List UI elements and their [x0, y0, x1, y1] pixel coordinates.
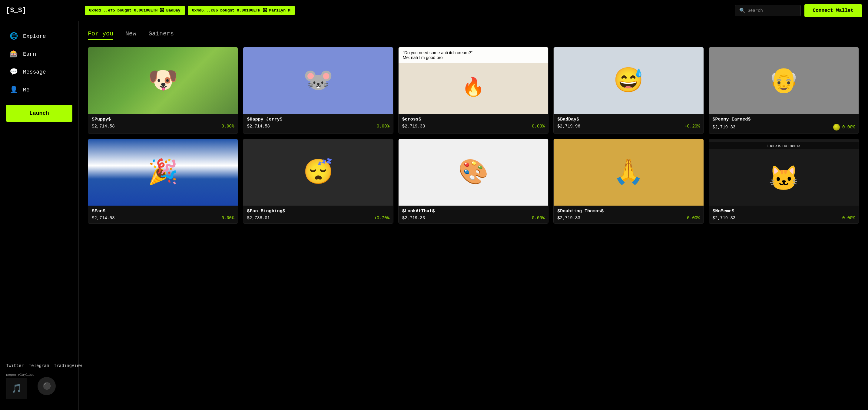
meme-image [88, 47, 238, 114]
footer-links: Twitter Telegram TradingView [6, 364, 72, 368]
meme-change: 0.00% [221, 216, 234, 220]
meme-info: $Fan$$2,714.580.00% [88, 206, 238, 223]
meme-info: $Fan Bingbing$$2,738.01+0.70% [243, 206, 393, 223]
meme-image [243, 47, 393, 114]
nav-label-message: Message [23, 69, 46, 75]
meme-price: $2,719.33 [402, 124, 425, 129]
player-area: Degen Playlist 🎵 ⚫ [6, 373, 72, 399]
meme-name: $Fan Bingbing$ [247, 209, 389, 214]
meme-image [554, 139, 703, 206]
main-content: For you New Gainers $Puppy$$2,714.580.00… [79, 21, 868, 233]
meme-name: $Happy Jerry$ [247, 117, 389, 122]
meme-card[interactable]: $BadDay$$2,719.96+0.20% [553, 47, 704, 134]
nav-icon-message: 💬 [9, 68, 18, 76]
ticker-bar: 0x4dd...ef5 bought 0.00100ETH 🖼 BadDay 0… [85, 6, 729, 15]
tab-new[interactable]: New [125, 30, 136, 40]
twitter-link[interactable]: Twitter [6, 364, 24, 368]
meme-change: 0.00% [532, 124, 545, 129]
nav-icon-me: 👤 [9, 86, 18, 94]
meme-change: +0.70% [374, 216, 389, 220]
sidebar-item-message[interactable]: 💬Message [0, 63, 79, 81]
nav-label-me: Me [23, 87, 30, 93]
search-box[interactable]: 🔍 [735, 5, 801, 17]
meme-info: $LookAtThat$$2,719.330.00% [399, 206, 548, 223]
meme-card[interactable]: $Penny Earned$$2,719.33 0.00% [709, 47, 859, 134]
meme-price: $2,714.58 [247, 124, 270, 129]
meme-change: 0.00% [687, 216, 700, 220]
meme-price: $2,714.58 [92, 124, 115, 129]
meme-grid: $Puppy$$2,714.580.00%$Happy Jerry$$2,714… [88, 47, 859, 224]
meme-card[interactable]: $Fan$$2,714.580.00% [88, 139, 238, 224]
tab-gainers[interactable]: Gainers [148, 30, 174, 40]
meme-stats: $2,719.330.00% [557, 216, 700, 220]
meme-info: $BadDay$$2,719.96+0.20% [554, 114, 703, 132]
meme-image: there is no meme [709, 139, 859, 206]
meme-change: +0.20% [684, 124, 700, 129]
meme-info: $Penny Earned$$2,719.33 0.00% [709, 114, 859, 133]
meme-info: $Happy Jerry$$2,714.580.00% [243, 114, 393, 132]
meme-card[interactable]: $Happy Jerry$$2,714.580.00% [243, 47, 393, 134]
player-icon[interactable]: 🎵 [6, 378, 27, 399]
meme-image: "Do you need some anti itch cream?"Me: n… [399, 47, 548, 114]
tab-for-you[interactable]: For you [88, 30, 113, 40]
tradingview-link[interactable]: TradingView [54, 364, 82, 368]
meme-caption: "Do you need some anti itch cream?"Me: n… [399, 47, 548, 63]
meme-image [399, 139, 548, 206]
meme-change: 0.00% [842, 216, 855, 220]
header-actions: 🔍 Connect Wallet [735, 4, 862, 17]
nav-label-explore: Explore [23, 33, 46, 39]
meme-info: $Doubting Thomas$$2,719.330.00% [554, 206, 703, 223]
meme-card[interactable]: there is no meme$NoMeme$$2,719.330.00% [709, 139, 859, 224]
search-icon: 🔍 [739, 7, 745, 13]
meme-image [554, 47, 703, 114]
telegram-link[interactable]: Telegram [29, 364, 49, 368]
meme-stats: $2,738.01+0.70% [247, 216, 389, 220]
meme-card[interactable]: $Doubting Thomas$$2,719.330.00% [553, 139, 704, 224]
meme-stats: $2,714.580.00% [92, 216, 234, 220]
player-circle[interactable]: ⚫ [37, 377, 56, 395]
meme-name: $BadDay$ [557, 117, 700, 122]
meme-info: $cross$$2,719.330.00% [399, 114, 548, 132]
meme-info: $NoMeme$$2,719.330.00% [709, 206, 859, 223]
sidebar-item-explore[interactable]: 🌐Explore [0, 27, 79, 45]
meme-card[interactable]: $Puppy$$2,714.580.00% [88, 47, 238, 134]
meme-name: $Penny Earned$ [713, 117, 855, 122]
meme-card[interactable]: "Do you need some anti itch cream?"Me: n… [398, 47, 549, 134]
meme-stats: $2,719.330.00% [402, 124, 545, 129]
sidebar-item-earn[interactable]: 🎰Earn [0, 45, 79, 63]
nav-list: 🌐Explore🎰Earn💬Message👤Me [0, 27, 79, 99]
meme-card[interactable]: $LookAtThat$$2,719.330.00% [398, 139, 549, 224]
coin-icon [833, 124, 840, 130]
meme-price: $2,738.01 [247, 216, 270, 220]
meme-name: $Puppy$ [92, 117, 234, 122]
meme-change: 0.00% [532, 216, 545, 220]
meme-price: $2,719.33 [557, 216, 580, 220]
meme-change: 0.00% [377, 124, 390, 129]
meme-caption: there is no meme [709, 142, 859, 149]
meme-stats: $2,719.330.00% [713, 216, 855, 220]
meme-name: $Doubting Thomas$ [557, 209, 700, 214]
meme-stats: $2,714.580.00% [92, 124, 234, 129]
ticker-item-1[interactable]: 0x4dd...ef5 bought 0.00100ETH 🖼 BadDay [85, 6, 185, 15]
meme-name: $Fan$ [92, 209, 234, 214]
player-label: Degen Playlist [6, 373, 34, 377]
sidebar-item-me[interactable]: 👤Me [0, 81, 79, 99]
meme-price: $2,719.33 [713, 216, 736, 220]
search-input[interactable] [748, 8, 796, 13]
meme-change: 0.00% [832, 124, 855, 130]
logo: [$_$] [6, 7, 26, 14]
connect-wallet-button[interactable]: Connect Wallet [804, 4, 862, 17]
meme-card[interactable]: $Fan Bingbing$$2,738.01+0.70% [243, 139, 393, 224]
logo-area: [$_$] [6, 7, 85, 14]
meme-image [709, 47, 859, 114]
meme-stats: $2,719.96+0.20% [557, 124, 700, 129]
meme-name: $cross$ [402, 117, 545, 122]
meme-name: $NoMeme$ [713, 209, 855, 214]
launch-button[interactable]: Launch [6, 105, 72, 122]
meme-info: $Puppy$$2,714.580.00% [88, 114, 238, 132]
meme-price: $2,719.33 [713, 125, 736, 130]
meme-name: $LookAtThat$ [402, 209, 545, 214]
nav-icon-earn: 🎰 [9, 50, 18, 58]
ticker-item-2[interactable]: 0x4d6...c86 bought 0.00100ETH 🖼 Marilyn … [188, 6, 295, 15]
meme-stats: $2,714.580.00% [247, 124, 389, 129]
